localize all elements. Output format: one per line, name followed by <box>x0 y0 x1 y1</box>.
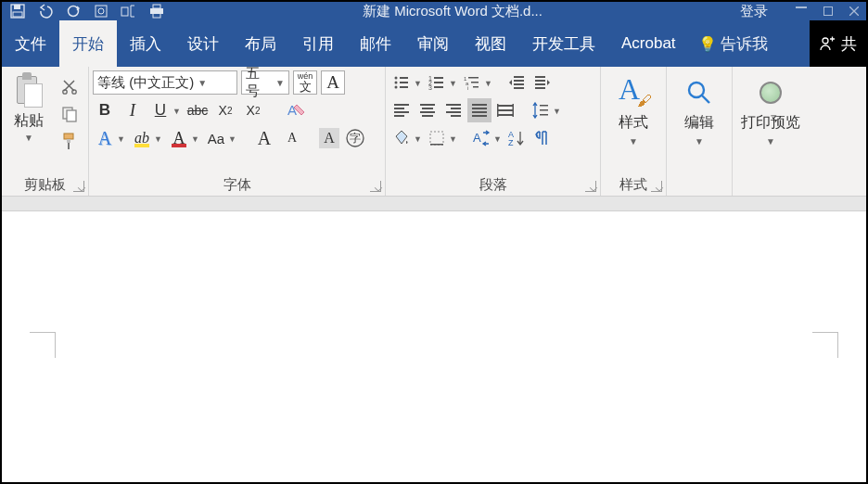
undo-icon[interactable] <box>37 3 54 19</box>
tab-developer[interactable]: 开发工具 <box>519 20 608 67</box>
svg-point-23 <box>395 86 398 89</box>
save-icon[interactable] <box>9 3 26 19</box>
underline-button[interactable]: U▼ <box>148 98 172 122</box>
clipboard-group-label: 剪贴板 <box>24 176 66 194</box>
align-center-button[interactable] <box>415 98 440 122</box>
text-effects-button[interactable]: A▼ <box>93 126 117 150</box>
preview-qat-icon[interactable] <box>93 3 109 19</box>
font-launcher[interactable] <box>370 181 381 192</box>
svg-rect-44 <box>535 87 545 89</box>
print-icon[interactable] <box>148 3 165 19</box>
cut-button[interactable] <box>59 76 80 96</box>
svg-rect-51 <box>540 109 548 111</box>
tab-mailings[interactable]: 邮件 <box>347 20 404 67</box>
svg-point-10 <box>823 38 828 44</box>
svg-text:A: A <box>287 102 297 118</box>
restore-icon[interactable] <box>823 6 833 16</box>
svg-point-19 <box>395 77 398 80</box>
styles-launcher[interactable] <box>651 181 662 192</box>
tab-layout[interactable]: 布局 <box>232 20 289 67</box>
sort-button[interactable]: AZ <box>504 126 529 150</box>
svg-rect-39 <box>514 83 524 85</box>
tab-acrobat[interactable]: Acrobat <box>608 20 689 67</box>
styles-button[interactable]: A🖌 样式 ▼ <box>605 70 662 152</box>
change-case-button[interactable]: Aa▼ <box>204 126 228 150</box>
subscript-button[interactable]: X2 <box>213 98 237 122</box>
bullets-button[interactable]: ▼ <box>389 70 414 95</box>
line-spacing-button[interactable]: ▼ <box>529 98 553 122</box>
redo-icon[interactable] <box>65 3 82 19</box>
clear-formatting-button[interactable]: A <box>284 98 308 122</box>
text-direction-button[interactable]: A▼ <box>469 126 493 150</box>
tab-view[interactable]: 视图 <box>462 20 519 67</box>
edit-button[interactable]: 编辑 ▼ <box>670 70 728 152</box>
format-painter-button[interactable] <box>59 132 80 152</box>
align-right-button[interactable] <box>441 98 466 122</box>
svg-text:A: A <box>473 131 481 145</box>
login-link[interactable]: 登录 <box>740 3 768 20</box>
paste-button[interactable]: 粘贴 <box>14 111 44 131</box>
svg-rect-2 <box>13 12 22 17</box>
borders-button[interactable]: ▼ <box>425 126 449 150</box>
decrease-indent-button[interactable] <box>504 70 529 95</box>
document-title: 新建 Microsoft Word 文档.d... <box>165 3 740 20</box>
show-marks-button[interactable] <box>530 126 555 150</box>
character-shading-button[interactable]: A <box>319 128 339 148</box>
highlight-button[interactable]: ab▼ <box>130 126 154 150</box>
svg-point-5 <box>98 8 104 14</box>
page-corner-top-right <box>812 332 838 358</box>
italic-button[interactable]: I <box>121 98 145 122</box>
font-size-value: 五号 <box>246 65 272 100</box>
bold-button[interactable]: B <box>93 98 117 122</box>
superscript-button[interactable]: X2 <box>241 98 265 122</box>
clipboard-launcher[interactable] <box>73 181 84 192</box>
character-border-button[interactable]: A <box>321 70 345 95</box>
title-bar: 新建 Microsoft Word 文档.d... 登录 <box>2 2 866 20</box>
svg-rect-54 <box>430 144 443 146</box>
numbering-button[interactable]: 123▼ <box>425 70 449 95</box>
font-name-value: 等线 (中文正文) <box>97 74 194 92</box>
svg-rect-28 <box>434 82 443 83</box>
svg-rect-49 <box>513 104 515 117</box>
group-paragraph: ▼ 123▼ 1ai▼ ▼ ▼ ▼ A▼ AZ <box>386 67 601 196</box>
share-button[interactable]: 共 <box>810 20 866 67</box>
ribbon: 粘贴 ▼ 剪贴板 等线 (中文正文)▼ 五号▼ wén 文 A <box>2 67 866 197</box>
font-color-button[interactable]: A▼ <box>167 126 191 150</box>
ribbon-tabs: 文件 开始 插入 设计 布局 引用 邮件 审阅 视图 开发工具 Acrobat … <box>2 20 866 67</box>
tab-review[interactable]: 审阅 <box>404 20 462 67</box>
justify-button[interactable] <box>467 98 491 122</box>
enclose-characters-button[interactable]: 字 <box>343 126 367 150</box>
tab-home[interactable]: 开始 <box>59 20 117 67</box>
tab-file[interactable]: 文件 <box>2 20 59 67</box>
svg-rect-15 <box>64 134 73 139</box>
window-controls <box>796 6 859 16</box>
multilevel-list-button[interactable]: 1ai▼ <box>460 70 484 95</box>
group-edit: 编辑 ▼ <box>667 67 733 196</box>
distributed-button[interactable] <box>493 98 517 122</box>
document-area[interactable] <box>2 211 866 482</box>
phonetic-guide-button[interactable]: wén 文 <box>293 70 317 95</box>
paste-icon[interactable] <box>13 72 45 109</box>
tab-insert[interactable]: 插入 <box>117 20 174 67</box>
tell-me[interactable]: 💡 告诉我 <box>689 20 777 67</box>
copy-button[interactable] <box>59 104 80 124</box>
paragraph-launcher[interactable] <box>585 181 596 192</box>
shrink-font-button[interactable]: A <box>280 126 304 150</box>
touch-mode-icon[interactable] <box>121 3 137 19</box>
minimize-icon[interactable] <box>796 6 807 8</box>
print-preview-button[interactable]: 打印预览 ▼ <box>736 70 805 152</box>
close-icon[interactable] <box>849 6 859 16</box>
shading-button[interactable]: ▼ <box>389 126 414 150</box>
font-size-combo[interactable]: 五号▼ <box>241 70 289 95</box>
svg-rect-45 <box>498 105 513 107</box>
grow-font-button[interactable]: A <box>252 126 276 150</box>
font-name-combo[interactable]: 等线 (中文正文)▼ <box>93 70 237 95</box>
align-left-button[interactable] <box>389 98 414 122</box>
paste-dropdown[interactable]: ▼ <box>24 133 33 143</box>
strikethrough-button[interactable]: abc <box>185 98 210 122</box>
tab-references[interactable]: 引用 <box>289 20 347 67</box>
svg-rect-46 <box>498 109 513 111</box>
svg-rect-53 <box>430 132 443 145</box>
increase-indent-button[interactable] <box>530 70 555 95</box>
tab-design[interactable]: 设计 <box>174 20 232 67</box>
